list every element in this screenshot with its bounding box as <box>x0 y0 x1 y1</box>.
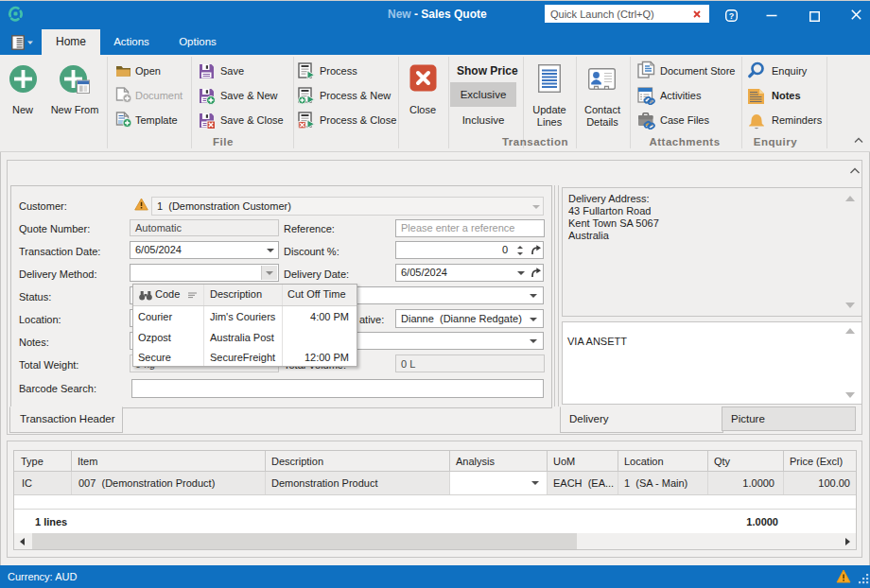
svg-text:?: ? <box>729 11 735 21</box>
